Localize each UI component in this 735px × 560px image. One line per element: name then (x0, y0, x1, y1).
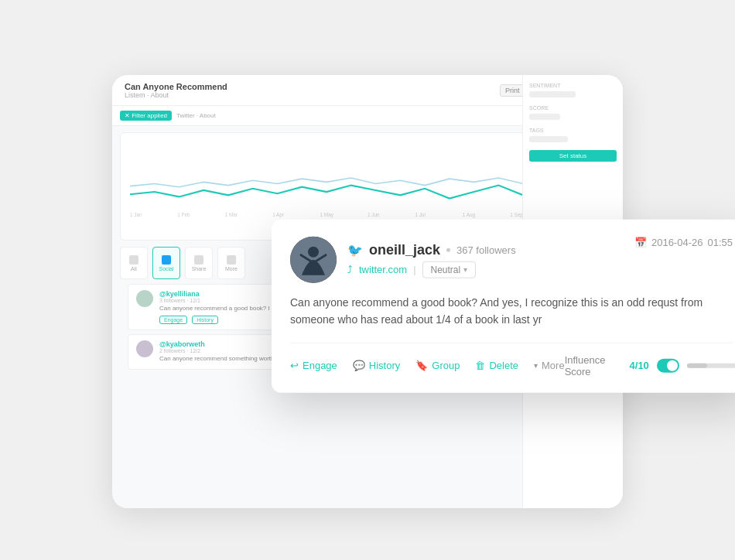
toolbar-share[interactable]: Share (185, 247, 213, 279)
engage-btn-1[interactable]: Engage (159, 316, 187, 324)
popup-username-row: 🐦 oneill_jack 367 followers (347, 241, 516, 258)
svg-text:1 Jan: 1 Jan (130, 212, 142, 217)
row-separator: | (413, 264, 415, 275)
print-button[interactable]: Print (500, 84, 525, 97)
popup-user-info: 🐦 oneill_jack 367 followers ⤴ twitter.co… (347, 241, 516, 278)
svg-text:1 Sep: 1 Sep (510, 212, 523, 218)
group-icon: 🔖 (415, 360, 428, 371)
sentiment-bar (529, 91, 576, 97)
svg-text:1 Mar: 1 Mar (225, 212, 238, 217)
popup-card: 🐦 oneill_jack 367 followers ⤴ twitter.co… (272, 220, 735, 393)
delete-icon: 🗑 (475, 360, 485, 371)
svg-text:1 Jul: 1 Jul (415, 212, 425, 217)
history-icon: 💬 (353, 360, 365, 371)
svg-text:1 Jun: 1 Jun (368, 212, 380, 217)
influence-bar (687, 363, 735, 367)
avatar-2 (136, 340, 153, 357)
engage-action[interactable]: ↩ Engage (290, 360, 337, 371)
toolbar-social[interactable]: Social (152, 247, 180, 279)
share-icon: ⤴ (347, 264, 353, 275)
influence-label: Influence Score (565, 353, 622, 377)
popup-header: 🐦 oneill_jack 367 followers ⤴ twitter.co… (290, 237, 733, 283)
svg-text:1 May: 1 May (320, 212, 334, 218)
popup-username: oneill_jack (369, 241, 440, 258)
svg-point-11 (308, 247, 319, 258)
app-title-block: Can Anyone Recommend Listem · About (125, 82, 227, 99)
delete-action[interactable]: 🗑 Delete (475, 360, 518, 371)
twitter-brand-icon: 🐦 (347, 242, 363, 257)
popup-user: 🐦 oneill_jack 367 followers ⤴ twitter.co… (290, 237, 516, 283)
history-btn-1[interactable]: History (192, 316, 218, 324)
engage-icon: ↩ (290, 360, 299, 371)
twitter-icon (162, 255, 171, 265)
popup-actions: ↩ Engage 💬 History 🔖 Group 🗑 Delete More (290, 360, 565, 371)
score-section: SCORE (529, 105, 617, 120)
tags-bar (529, 136, 568, 142)
popup-date-value: 2016-04-26 (651, 237, 703, 248)
svg-text:1 Feb: 1 Feb (177, 212, 190, 217)
share-icon (194, 255, 203, 265)
dropdown-arrow-icon: ▾ (463, 265, 467, 274)
filter-text: Twitter · About (176, 112, 216, 119)
score-bar (529, 114, 560, 120)
svg-text:1 Apr: 1 Apr (272, 212, 284, 218)
all-icon (129, 255, 138, 265)
app-title: Can Anyone Recommend (125, 82, 227, 91)
toggle-switch[interactable] (657, 358, 679, 372)
popup-sentiment-dropdown[interactable]: Neutral ▾ (422, 261, 477, 278)
sentiment-section: SENTIMENT (529, 83, 617, 97)
popup-avatar (290, 237, 337, 283)
svg-text:1 Aug: 1 Aug (463, 212, 476, 218)
separator-dot (446, 248, 450, 251)
influence-bar-fill (687, 363, 707, 367)
tags-section: TAGS (529, 128, 617, 142)
toolbar-more[interactable]: More (217, 247, 245, 279)
group-action[interactable]: 🔖 Group (415, 360, 460, 371)
filter-tag[interactable]: ✕ Filter applied (120, 111, 172, 121)
popup-date: 📅 2016-04-26 01:55 (634, 237, 733, 248)
popup-followers: 367 followers (456, 244, 516, 255)
popup-content: Can anyone recommend a good book? And ye… (290, 294, 733, 329)
popup-footer: ↩ Engage 💬 History 🔖 Group 🗑 Delete More… (290, 342, 733, 377)
more-icon (227, 255, 236, 265)
set-status-btn[interactable]: Set status (529, 150, 617, 162)
popup-time-value: 01:55 (707, 237, 733, 248)
app-subtitle: Listem · About (125, 91, 227, 99)
influence-section: Influence Score 4/10 (565, 353, 735, 377)
popup-source-row: ⤴ twitter.com | Neutral ▾ (347, 261, 516, 278)
calendar-icon: 📅 (634, 237, 647, 248)
more-action[interactable]: More (534, 360, 565, 371)
popup-source-link[interactable]: twitter.com (359, 264, 407, 275)
influence-score: 4/10 (630, 360, 649, 371)
toolbar-all[interactable]: All (120, 247, 148, 279)
avatar-1 (136, 290, 153, 307)
history-action[interactable]: 💬 History (353, 360, 400, 371)
